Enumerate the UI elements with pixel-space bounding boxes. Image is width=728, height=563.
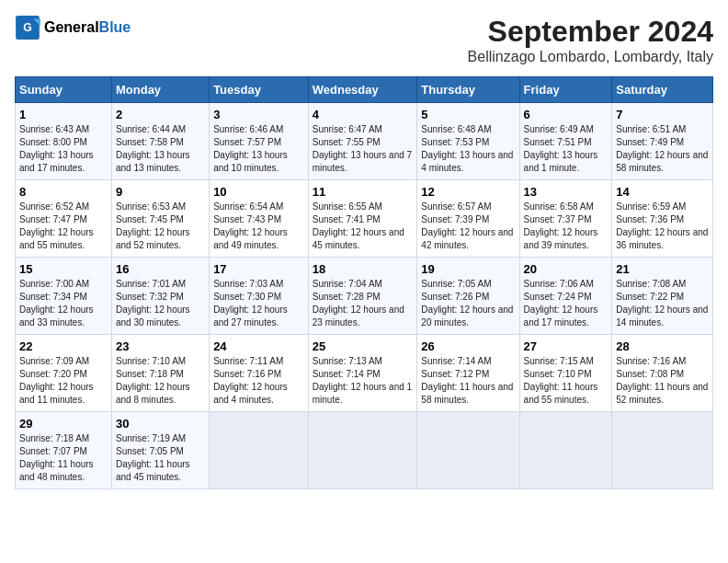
day-number: 6 bbox=[524, 108, 609, 121]
day-number: 15 bbox=[19, 262, 108, 276]
day-info: Sunrise: 7:01 AMSunset: 7:32 PMDaylight:… bbox=[116, 278, 205, 329]
day-info: Sunrise: 6:52 AMSunset: 7:47 PMDaylight:… bbox=[19, 201, 108, 252]
day-number: 29 bbox=[19, 417, 108, 431]
day-number: 4 bbox=[313, 108, 414, 121]
week-row-1: 1Sunrise: 6:43 AMSunset: 8:00 PMDaylight… bbox=[16, 103, 713, 180]
day-number: 22 bbox=[19, 339, 108, 353]
day-number: 13 bbox=[524, 185, 609, 199]
calendar-cell bbox=[210, 412, 309, 489]
logo-icon: G bbox=[15, 15, 40, 40]
calendar-cell: 8Sunrise: 6:52 AMSunset: 7:47 PMDaylight… bbox=[16, 180, 112, 258]
calendar-cell: 15Sunrise: 7:00 AMSunset: 7:34 PMDayligh… bbox=[16, 258, 112, 335]
logo-text: GeneralBlue bbox=[44, 19, 131, 36]
day-number: 27 bbox=[524, 339, 609, 353]
calendar-cell: 13Sunrise: 6:58 AMSunset: 7:37 PMDayligh… bbox=[519, 180, 612, 258]
calendar-cell: 19Sunrise: 7:05 AMSunset: 7:26 PMDayligh… bbox=[417, 258, 519, 335]
day-info: Sunrise: 7:00 AMSunset: 7:34 PMDaylight:… bbox=[19, 278, 108, 329]
day-info: Sunrise: 7:03 AMSunset: 7:30 PMDaylight:… bbox=[213, 278, 304, 329]
calendar-cell: 23Sunrise: 7:10 AMSunset: 7:18 PMDayligh… bbox=[111, 335, 209, 412]
calendar-header-row: SundayMondayTuesdayWednesdayThursdayFrid… bbox=[16, 77, 713, 103]
day-info: Sunrise: 7:04 AMSunset: 7:28 PMDaylight:… bbox=[313, 278, 414, 329]
day-info: Sunrise: 7:05 AMSunset: 7:26 PMDaylight:… bbox=[421, 278, 515, 329]
day-info: Sunrise: 7:13 AMSunset: 7:14 PMDaylight:… bbox=[313, 355, 414, 407]
subtitle: Bellinzago Lombardo, Lombardy, Italy bbox=[468, 49, 713, 65]
calendar-cell: 5Sunrise: 6:48 AMSunset: 7:53 PMDaylight… bbox=[417, 103, 519, 180]
calendar-cell: 3Sunrise: 6:46 AMSunset: 7:57 PMDaylight… bbox=[210, 103, 309, 180]
day-info: Sunrise: 7:14 AMSunset: 7:12 PMDaylight:… bbox=[421, 355, 515, 407]
day-number: 25 bbox=[313, 339, 414, 353]
calendar-cell: 30Sunrise: 7:19 AMSunset: 7:05 PMDayligh… bbox=[111, 412, 209, 489]
day-info: Sunrise: 6:46 AMSunset: 7:57 PMDaylight:… bbox=[213, 123, 304, 175]
day-info: Sunrise: 6:57 AMSunset: 7:39 PMDaylight:… bbox=[421, 201, 515, 252]
day-info: Sunrise: 6:54 AMSunset: 7:43 PMDaylight:… bbox=[213, 201, 304, 252]
calendar-cell bbox=[519, 412, 612, 489]
calendar-cell: 22Sunrise: 7:09 AMSunset: 7:20 PMDayligh… bbox=[16, 335, 112, 412]
day-info: Sunrise: 6:47 AMSunset: 7:55 PMDaylight:… bbox=[313, 123, 414, 175]
calendar-cell: 29Sunrise: 7:18 AMSunset: 7:07 PMDayligh… bbox=[16, 412, 112, 489]
col-header-monday: Monday bbox=[111, 77, 209, 103]
day-info: Sunrise: 7:10 AMSunset: 7:18 PMDaylight:… bbox=[116, 355, 205, 407]
day-number: 19 bbox=[421, 262, 515, 276]
calendar-cell: 4Sunrise: 6:47 AMSunset: 7:55 PMDaylight… bbox=[308, 103, 417, 180]
calendar-cell: 16Sunrise: 7:01 AMSunset: 7:32 PMDayligh… bbox=[111, 258, 209, 335]
day-number: 21 bbox=[616, 262, 709, 276]
week-row-4: 22Sunrise: 7:09 AMSunset: 7:20 PMDayligh… bbox=[16, 335, 713, 412]
week-row-3: 15Sunrise: 7:00 AMSunset: 7:34 PMDayligh… bbox=[16, 258, 713, 335]
calendar-cell: 12Sunrise: 6:57 AMSunset: 7:39 PMDayligh… bbox=[417, 180, 519, 258]
day-info: Sunrise: 7:16 AMSunset: 7:08 PMDaylight:… bbox=[616, 355, 709, 407]
day-info: Sunrise: 6:49 AMSunset: 7:51 PMDaylight:… bbox=[524, 123, 609, 175]
day-info: Sunrise: 6:44 AMSunset: 7:58 PMDaylight:… bbox=[116, 123, 205, 175]
day-info: Sunrise: 6:55 AMSunset: 7:41 PMDaylight:… bbox=[313, 201, 414, 252]
day-info: Sunrise: 6:58 AMSunset: 7:37 PMDaylight:… bbox=[524, 201, 609, 252]
day-info: Sunrise: 6:59 AMSunset: 7:36 PMDaylight:… bbox=[616, 201, 709, 252]
calendar-cell: 11Sunrise: 6:55 AMSunset: 7:41 PMDayligh… bbox=[308, 180, 417, 258]
calendar-cell: 17Sunrise: 7:03 AMSunset: 7:30 PMDayligh… bbox=[210, 258, 309, 335]
calendar-cell bbox=[612, 412, 713, 489]
header: G GeneralBlue September 2024 Bellinzago … bbox=[15, 15, 713, 65]
calendar-cell: 14Sunrise: 6:59 AMSunset: 7:36 PMDayligh… bbox=[612, 180, 713, 258]
day-number: 16 bbox=[116, 262, 205, 276]
calendar-cell: 26Sunrise: 7:14 AMSunset: 7:12 PMDayligh… bbox=[417, 335, 519, 412]
day-info: Sunrise: 7:18 AMSunset: 7:07 PMDaylight:… bbox=[19, 432, 108, 484]
col-header-wednesday: Wednesday bbox=[308, 77, 417, 103]
day-info: Sunrise: 7:09 AMSunset: 7:20 PMDaylight:… bbox=[19, 355, 108, 407]
day-number: 8 bbox=[19, 185, 108, 199]
day-info: Sunrise: 7:06 AMSunset: 7:24 PMDaylight:… bbox=[524, 278, 609, 329]
day-info: Sunrise: 7:08 AMSunset: 7:22 PMDaylight:… bbox=[616, 278, 709, 329]
calendar-cell: 10Sunrise: 6:54 AMSunset: 7:43 PMDayligh… bbox=[210, 180, 309, 258]
day-number: 17 bbox=[213, 262, 304, 276]
calendar-table: SundayMondayTuesdayWednesdayThursdayFrid… bbox=[15, 76, 713, 489]
title-area: September 2024 Bellinzago Lombardo, Lomb… bbox=[468, 15, 713, 65]
day-number: 7 bbox=[616, 108, 709, 121]
day-number: 23 bbox=[116, 339, 205, 353]
day-info: Sunrise: 7:19 AMSunset: 7:05 PMDaylight:… bbox=[116, 432, 205, 484]
col-header-sunday: Sunday bbox=[16, 77, 112, 103]
calendar-cell: 2Sunrise: 6:44 AMSunset: 7:58 PMDaylight… bbox=[111, 103, 209, 180]
day-number: 1 bbox=[19, 108, 108, 121]
col-header-thursday: Thursday bbox=[417, 77, 519, 103]
day-info: Sunrise: 7:11 AMSunset: 7:16 PMDaylight:… bbox=[213, 355, 304, 407]
calendar-cell: 28Sunrise: 7:16 AMSunset: 7:08 PMDayligh… bbox=[612, 335, 713, 412]
main-title: September 2024 bbox=[468, 15, 713, 49]
day-number: 9 bbox=[116, 185, 205, 199]
calendar-cell bbox=[308, 412, 417, 489]
day-number: 14 bbox=[616, 185, 709, 199]
calendar-cell: 27Sunrise: 7:15 AMSunset: 7:10 PMDayligh… bbox=[519, 335, 612, 412]
day-info: Sunrise: 6:53 AMSunset: 7:45 PMDaylight:… bbox=[116, 201, 205, 252]
col-header-saturday: Saturday bbox=[612, 77, 713, 103]
day-number: 30 bbox=[116, 417, 205, 431]
day-number: 12 bbox=[421, 185, 515, 199]
day-number: 2 bbox=[116, 108, 205, 121]
day-number: 11 bbox=[313, 185, 414, 199]
day-number: 24 bbox=[213, 339, 304, 353]
calendar-cell: 18Sunrise: 7:04 AMSunset: 7:28 PMDayligh… bbox=[308, 258, 417, 335]
day-number: 18 bbox=[313, 262, 414, 276]
day-number: 28 bbox=[616, 339, 709, 353]
day-number: 5 bbox=[421, 108, 515, 121]
calendar-cell: 25Sunrise: 7:13 AMSunset: 7:14 PMDayligh… bbox=[308, 335, 417, 412]
week-row-2: 8Sunrise: 6:52 AMSunset: 7:47 PMDaylight… bbox=[16, 180, 713, 258]
logo: G GeneralBlue bbox=[15, 15, 131, 40]
day-info: Sunrise: 7:15 AMSunset: 7:10 PMDaylight:… bbox=[524, 355, 609, 407]
day-number: 26 bbox=[421, 339, 515, 353]
calendar-cell: 6Sunrise: 6:49 AMSunset: 7:51 PMDaylight… bbox=[519, 103, 612, 180]
